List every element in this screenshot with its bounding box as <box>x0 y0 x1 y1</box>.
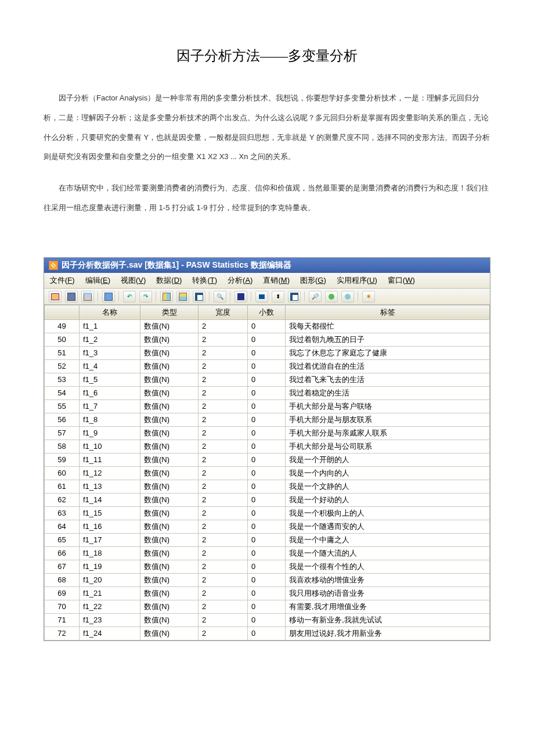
cell-decimals[interactable]: 0 <box>248 426 286 440</box>
cell-type[interactable]: 数值(N) <box>140 346 199 359</box>
cell-decimals[interactable]: 0 <box>248 520 286 533</box>
cell-type[interactable]: 数值(N) <box>140 493 199 506</box>
cell-type[interactable]: 数值(N) <box>140 520 199 533</box>
row-header[interactable]: 50 <box>45 333 80 346</box>
cell-label[interactable]: 我是一个随遇而安的人 <box>286 520 490 533</box>
cell-decimals[interactable]: 0 <box>248 627 286 640</box>
menu-a[interactable]: 分析(A) <box>228 275 252 286</box>
cell-label[interactable]: 移动一有新业务,我就先试试 <box>286 613 490 627</box>
row-header[interactable]: 49 <box>45 319 80 333</box>
cell-label[interactable]: 朋友用过说好,我才用新业务 <box>286 627 490 640</box>
row-header[interactable]: 62 <box>45 493 80 506</box>
col-header-label[interactable]: 标签 <box>286 305 490 319</box>
undo-icon[interactable]: ↶ <box>123 291 136 303</box>
cell-label[interactable]: 我过着优游自在的生活 <box>286 359 490 373</box>
cell-decimals[interactable]: 0 <box>248 373 286 386</box>
cell-width[interactable]: 2 <box>199 586 248 600</box>
cell-width[interactable]: 2 <box>199 520 248 533</box>
row-header[interactable]: 52 <box>45 359 80 373</box>
menu-g[interactable]: 图形(G) <box>300 275 326 286</box>
redo-icon[interactable]: ↷ <box>139 291 152 303</box>
cell-type[interactable]: 数值(N) <box>140 319 199 333</box>
cell-name[interactable]: f1_19 <box>80 560 140 573</box>
row-header[interactable]: 72 <box>45 627 80 640</box>
cell-label[interactable]: 我过着稳定的生活 <box>286 386 490 399</box>
cell-type[interactable]: 数值(N) <box>140 586 199 600</box>
row-header[interactable]: 58 <box>45 440 80 453</box>
cell-label[interactable]: 我忘了休息忘了家庭忘了健康 <box>286 346 490 359</box>
row-header[interactable]: 51 <box>45 346 80 359</box>
col-header-type[interactable]: 类型 <box>140 305 199 319</box>
cell-width[interactable]: 2 <box>199 560 248 573</box>
cell-width[interactable]: 2 <box>199 533 248 546</box>
cell-label[interactable]: 手机大部分是与客户联络 <box>286 399 490 413</box>
cell-name[interactable]: f1_15 <box>80 506 140 520</box>
cell-type[interactable]: 数值(N) <box>140 600 199 613</box>
row-header[interactable]: 68 <box>45 573 80 586</box>
variables-icon[interactable] <box>193 291 205 303</box>
cell-decimals[interactable]: 0 <box>248 453 286 466</box>
cell-decimals[interactable]: 0 <box>248 413 286 426</box>
cell-decimals[interactable]: 0 <box>248 600 286 613</box>
menu-e[interactable]: 编辑(E) <box>85 275 110 286</box>
menu-f[interactable]: 文件(F) <box>50 275 75 286</box>
cell-label[interactable]: 手机大部分是与亲戚家人联系 <box>286 426 490 440</box>
col-header-width[interactable]: 宽度 <box>199 305 248 319</box>
cell-name[interactable]: f1_24 <box>80 627 140 640</box>
cell-decimals[interactable]: 0 <box>248 399 286 413</box>
cell-name[interactable]: f1_17 <box>80 533 140 546</box>
cell-width[interactable]: 2 <box>199 600 248 613</box>
cell-name[interactable]: f1_4 <box>80 359 140 373</box>
save-icon[interactable] <box>65 291 78 303</box>
cell-decimals[interactable]: 0 <box>248 319 286 333</box>
cell-width[interactable]: 2 <box>199 399 248 413</box>
cell-name[interactable]: f1_5 <box>80 373 140 386</box>
recall-icon[interactable] <box>102 291 115 303</box>
show-all-icon[interactable] <box>341 291 354 303</box>
cell-width[interactable]: 2 <box>199 627 248 640</box>
cell-decimals[interactable]: 0 <box>248 466 286 480</box>
cell-label[interactable]: 我是一个积极向上的人 <box>286 506 490 520</box>
row-header[interactable]: 64 <box>45 520 80 533</box>
cell-decimals[interactable]: 0 <box>248 333 286 346</box>
cell-label[interactable]: 我是一个开朗的人 <box>286 453 490 466</box>
cell-name[interactable]: f1_10 <box>80 440 140 453</box>
cell-width[interactable]: 2 <box>199 506 248 520</box>
cell-decimals[interactable]: 0 <box>248 506 286 520</box>
cell-name[interactable]: f1_6 <box>80 386 140 399</box>
cell-width[interactable]: 2 <box>199 573 248 586</box>
select-icon[interactable] <box>288 291 301 303</box>
cell-width[interactable]: 2 <box>199 493 248 506</box>
menu-v[interactable]: 视图(V) <box>121 275 146 286</box>
cell-decimals[interactable]: 0 <box>248 613 286 627</box>
cell-type[interactable]: 数值(N) <box>140 453 199 466</box>
cell-type[interactable]: 数值(N) <box>140 413 199 426</box>
cell-label[interactable]: 我是一个中庸之人 <box>286 533 490 546</box>
cell-name[interactable]: f1_20 <box>80 573 140 586</box>
cell-label[interactable]: 我喜欢移动的增值业务 <box>286 573 490 586</box>
cell-label[interactable]: 我过着飞来飞去的生活 <box>286 373 490 386</box>
row-header[interactable]: 56 <box>45 413 80 426</box>
cell-name[interactable]: f1_14 <box>80 493 140 506</box>
print-icon[interactable] <box>81 291 94 303</box>
cell-name[interactable]: f1_9 <box>80 426 140 440</box>
cell-type[interactable]: 数值(N) <box>140 466 199 480</box>
cell-width[interactable]: 2 <box>199 373 248 386</box>
cell-width[interactable]: 2 <box>199 480 248 493</box>
menu-t[interactable]: 转换(T) <box>192 275 217 286</box>
cell-label[interactable]: 我每天都很忙 <box>286 319 490 333</box>
cell-decimals[interactable]: 0 <box>248 586 286 600</box>
cell-width[interactable]: 2 <box>199 546 248 560</box>
cell-name[interactable]: f1_11 <box>80 453 140 466</box>
cell-name[interactable]: f1_3 <box>80 346 140 359</box>
row-header[interactable]: 63 <box>45 506 80 520</box>
cell-decimals[interactable]: 0 <box>248 533 286 546</box>
cell-type[interactable]: 数值(N) <box>140 333 199 346</box>
cell-decimals[interactable]: 0 <box>248 493 286 506</box>
cell-decimals[interactable]: 0 <box>248 573 286 586</box>
cell-decimals[interactable]: 0 <box>248 346 286 359</box>
cell-name[interactable]: f1_2 <box>80 333 140 346</box>
cell-type[interactable]: 数值(N) <box>140 546 199 560</box>
cell-name[interactable]: f1_22 <box>80 600 140 613</box>
cell-label[interactable]: 我只用移动的语音业务 <box>286 586 490 600</box>
